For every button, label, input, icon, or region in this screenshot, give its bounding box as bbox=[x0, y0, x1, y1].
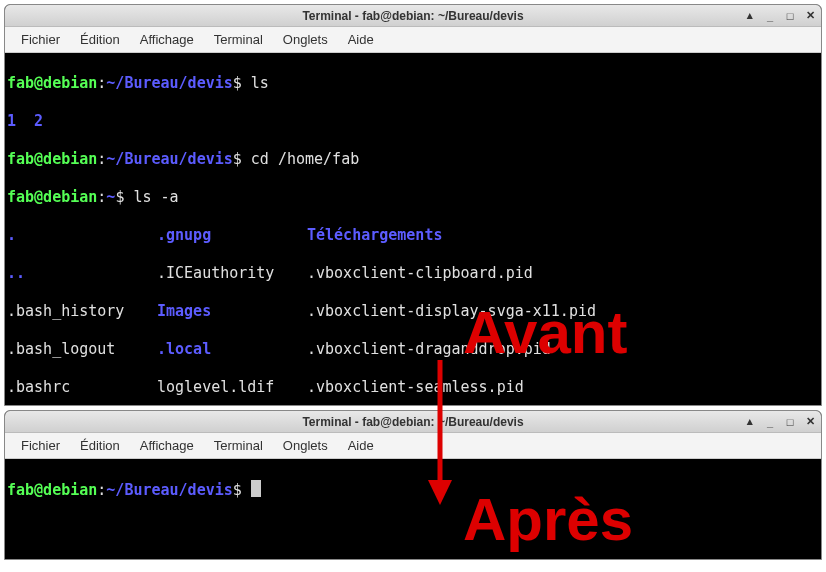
file-vbox-display: .vboxclient-display-svga-x11.pid bbox=[307, 302, 596, 320]
file-telechargements: Téléchargements bbox=[307, 226, 442, 244]
prompt-userhost: fab@debian bbox=[7, 481, 97, 499]
menu-onglets[interactable]: Onglets bbox=[273, 435, 338, 456]
shell-line: fab@debian:~/Bureau/devis$ bbox=[7, 480, 819, 500]
cmd-cd-home: cd /home/fab bbox=[251, 150, 359, 168]
menu-terminal[interactable]: Terminal bbox=[204, 435, 273, 456]
prompt-sigil: $ bbox=[233, 150, 251, 168]
cursor bbox=[251, 480, 261, 497]
prompt-sigil: $ bbox=[115, 188, 133, 206]
prompt-userhost: fab@debian bbox=[7, 188, 97, 206]
file-bashrc: .bashrc bbox=[7, 378, 157, 397]
minimize-button[interactable]: _ bbox=[763, 415, 777, 429]
menubar-before: Fichier Édition Affichage Terminal Ongle… bbox=[5, 27, 821, 53]
prompt-path: ~/Bureau/devis bbox=[106, 74, 232, 92]
prompt-userhost: fab@debian bbox=[7, 150, 97, 168]
menu-aide[interactable]: Aide bbox=[338, 29, 384, 50]
file-bash-logout: .bash_logout bbox=[7, 340, 157, 359]
ls-a-row: ...ICEauthority.vboxclient-clipboard.pid bbox=[7, 264, 819, 283]
file-local: .local bbox=[157, 340, 307, 359]
file-bash-history: .bash_history bbox=[7, 302, 157, 321]
file-gnupg: .gnupg bbox=[157, 226, 307, 245]
window-controls: ▴ _ □ ✕ bbox=[743, 9, 817, 23]
file-dotdot: .. bbox=[7, 264, 157, 283]
window-title: Terminal - fab@debian: ~/Bureau/devis bbox=[302, 9, 523, 23]
prompt-userhost: fab@debian bbox=[7, 74, 97, 92]
ls-a-row: .bash_logout.local.vboxclient-draganddro… bbox=[7, 340, 819, 359]
shell-line: fab@debian:~/Bureau/devis$ cd /home/fab bbox=[7, 150, 819, 169]
close-button[interactable]: ✕ bbox=[803, 9, 817, 23]
close-button[interactable]: ✕ bbox=[803, 415, 817, 429]
shell-line: fab@debian:~/Bureau/devis$ ls bbox=[7, 74, 819, 93]
menu-terminal[interactable]: Terminal bbox=[204, 29, 273, 50]
menu-fichier[interactable]: Fichier bbox=[11, 435, 70, 456]
file-dot: . bbox=[7, 226, 157, 245]
terminal-window-after: Terminal - fab@debian: ~/Bureau/devis ▴ … bbox=[4, 410, 822, 560]
menu-affichage[interactable]: Affichage bbox=[130, 29, 204, 50]
ls-a-row: ..gnupgTéléchargements bbox=[7, 226, 819, 245]
prompt-sigil: $ bbox=[233, 481, 251, 499]
menu-edition[interactable]: Édition bbox=[70, 435, 130, 456]
ls-output: 1 2 bbox=[7, 112, 819, 131]
file-vbox-seamless: .vboxclient-seamless.pid bbox=[307, 378, 524, 396]
prompt-path: ~/Bureau/devis bbox=[106, 481, 232, 499]
terminal-window-before: Terminal - fab@debian: ~/Bureau/devis ▴ … bbox=[4, 4, 822, 406]
ls-a-row: .bashrcloglevel.ldif.vboxclient-seamless… bbox=[7, 378, 819, 397]
menu-affichage[interactable]: Affichage bbox=[130, 435, 204, 456]
menubar-after: Fichier Édition Affichage Terminal Ongle… bbox=[5, 433, 821, 459]
file-vbox-draganddrop: .vboxclient-draganddrop.pid bbox=[307, 340, 551, 358]
menu-onglets[interactable]: Onglets bbox=[273, 29, 338, 50]
menu-aide[interactable]: Aide bbox=[338, 435, 384, 456]
cmd-ls: ls bbox=[251, 74, 269, 92]
rollup-button[interactable]: ▴ bbox=[743, 415, 757, 429]
window-title: Terminal - fab@debian: ~/Bureau/devis bbox=[302, 415, 523, 429]
prompt-path: ~/Bureau/devis bbox=[106, 150, 232, 168]
ls-out: 1 2 bbox=[7, 112, 43, 130]
menu-fichier[interactable]: Fichier bbox=[11, 29, 70, 50]
file-loglevel: loglevel.ldif bbox=[157, 378, 307, 397]
titlebar-before: Terminal - fab@debian: ~/Bureau/devis ▴ … bbox=[5, 5, 821, 27]
maximize-button[interactable]: □ bbox=[783, 415, 797, 429]
menu-edition[interactable]: Édition bbox=[70, 29, 130, 50]
minimize-button[interactable]: _ bbox=[763, 9, 777, 23]
maximize-button[interactable]: □ bbox=[783, 9, 797, 23]
file-images: Images bbox=[157, 302, 307, 321]
terminal-body-after[interactable]: fab@debian:~/Bureau/devis$ bbox=[5, 459, 821, 540]
ls-a-row: .bash_historyImages.vboxclient-display-s… bbox=[7, 302, 819, 321]
cmd-ls-a: ls -a bbox=[133, 188, 178, 206]
prompt-sigil: $ bbox=[233, 74, 251, 92]
shell-line: fab@debian:~$ ls -a bbox=[7, 188, 819, 207]
rollup-button[interactable]: ▴ bbox=[743, 9, 757, 23]
terminal-body-before[interactable]: fab@debian:~/Bureau/devis$ ls 1 2 fab@de… bbox=[5, 53, 821, 406]
file-vbox-clipboard: .vboxclient-clipboard.pid bbox=[307, 264, 533, 282]
titlebar-after: Terminal - fab@debian: ~/Bureau/devis ▴ … bbox=[5, 411, 821, 433]
file-iceauthority: .ICEauthority bbox=[157, 264, 307, 283]
window-controls: ▴ _ □ ✕ bbox=[743, 415, 817, 429]
